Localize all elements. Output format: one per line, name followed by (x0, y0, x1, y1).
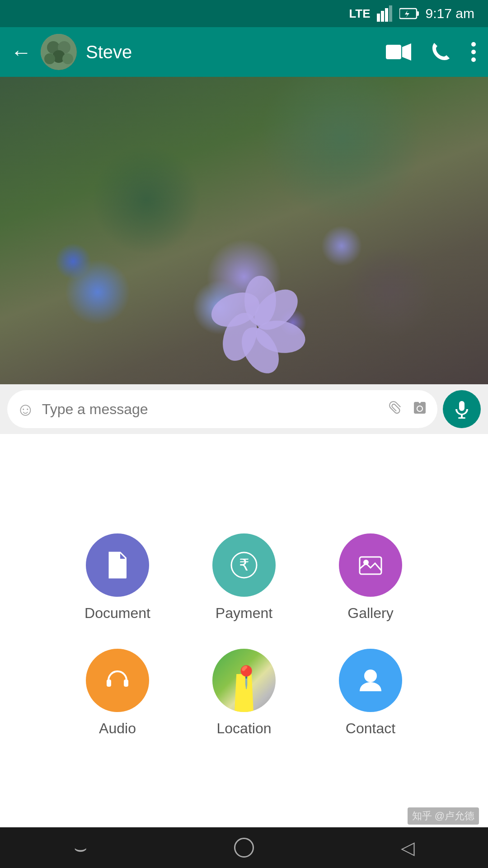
svg-rect-23 (112, 570, 122, 571)
home-button[interactable] (234, 838, 254, 858)
back-button[interactable]: ← (11, 42, 32, 62)
svg-point-11 (62, 53, 73, 64)
app-container: LTE 9:17 am ← (0, 0, 488, 868)
video-call-icon[interactable] (386, 42, 411, 61)
back-nav-button[interactable]: ◁ (401, 837, 415, 858)
svg-rect-22 (112, 566, 121, 567)
svg-rect-5 (417, 11, 419, 16)
mic-icon (452, 399, 472, 419)
payment-circle: ₹ (212, 533, 276, 597)
avatar (41, 34, 77, 70)
lte-label: LTE (349, 7, 370, 21)
message-input-wrap: ☺ (7, 390, 437, 428)
contact-label: Contact (346, 720, 395, 737)
svg-rect-18 (459, 401, 465, 411)
recent-apps-button[interactable]: ⌣ (74, 835, 87, 860)
message-input[interactable] (42, 401, 380, 418)
app-bar: ← Steve (0, 27, 488, 77)
gallery-label: Gallery (347, 605, 393, 622)
svg-point-17 (418, 406, 422, 411)
svg-rect-21 (112, 562, 123, 564)
svg-rect-3 (389, 5, 392, 22)
svg-rect-1 (381, 11, 384, 22)
contact-circle (339, 649, 402, 712)
location-label: Location (217, 720, 272, 737)
document-circle (86, 533, 149, 597)
more-options-icon[interactable] (470, 42, 477, 62)
attachment-row-1: Document ₹ Payment (72, 533, 416, 622)
contact-name: Steve (86, 42, 377, 62)
attachment-row-2: Audio 📍 Location (72, 649, 416, 737)
svg-rect-0 (377, 14, 380, 22)
chat-area (0, 77, 488, 384)
time-label: 9:17 am (426, 6, 474, 21)
svg-rect-2 (385, 8, 388, 22)
attachment-item-location[interactable]: 📍 Location (199, 649, 289, 737)
message-bar: ☺ (0, 384, 488, 434)
flower-decoration (220, 276, 301, 357)
phone-call-icon[interactable] (430, 42, 451, 62)
svg-point-16 (471, 57, 476, 62)
attachment-item-gallery[interactable]: Gallery (325, 533, 416, 622)
svg-rect-28 (107, 679, 111, 687)
location-circle: 📍 (212, 649, 276, 712)
svg-point-14 (471, 42, 476, 47)
signal-icon (377, 5, 393, 22)
svg-point-30 (364, 670, 377, 682)
svg-marker-13 (402, 43, 411, 61)
battery-icon (399, 7, 419, 20)
audio-circle (86, 649, 149, 712)
svg-text:₹: ₹ (239, 556, 249, 574)
attachment-item-document[interactable]: Document (72, 533, 163, 622)
svg-point-15 (471, 50, 476, 54)
attachment-grid: Document ₹ Payment (72, 533, 416, 737)
document-label: Document (84, 605, 150, 622)
attachment-menu: Document ₹ Payment (0, 434, 488, 827)
svg-rect-20 (458, 417, 465, 419)
camera-button[interactable] (411, 400, 428, 419)
mic-button[interactable] (443, 390, 481, 428)
audio-label: Audio (99, 720, 136, 737)
svg-rect-12 (386, 45, 401, 59)
app-bar-actions (386, 42, 477, 62)
status-bar-icons: LTE 9:17 am (349, 5, 474, 22)
attachment-item-audio[interactable]: Audio (72, 649, 163, 737)
gallery-circle (339, 533, 402, 597)
status-bar: LTE 9:17 am (0, 0, 488, 27)
attach-button[interactable] (383, 396, 408, 422)
svg-point-10 (44, 53, 55, 64)
attachment-item-contact[interactable]: Contact (325, 649, 416, 737)
svg-rect-29 (124, 679, 128, 687)
payment-label: Payment (216, 605, 272, 622)
attachment-item-payment[interactable]: ₹ Payment (199, 533, 289, 622)
bottom-nav: ⌣ ◁ (0, 827, 488, 868)
emoji-button[interactable]: ☺ (16, 399, 35, 420)
